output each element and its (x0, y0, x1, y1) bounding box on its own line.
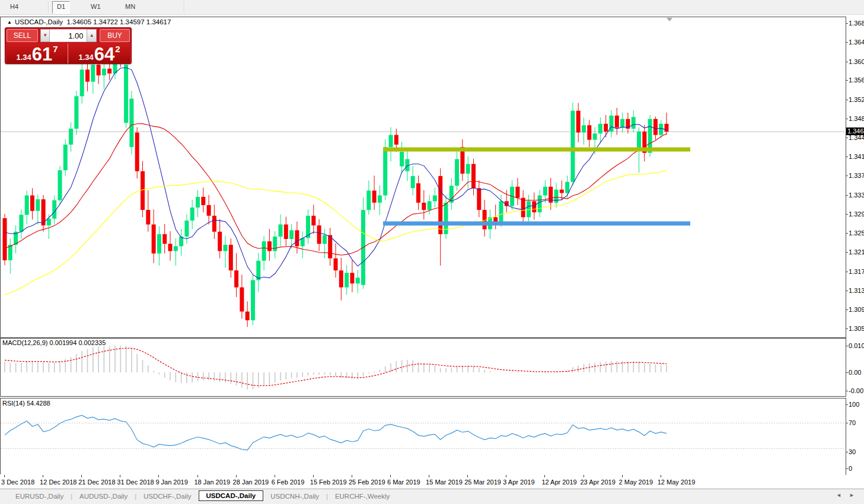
price-axis-label: 1.36070 (849, 58, 864, 65)
time-axis-label: 25 Mar 2019 (464, 479, 501, 486)
time-axis-tick (467, 475, 468, 477)
time-axis-tick (313, 475, 314, 477)
time-axis-tick (275, 475, 275, 477)
rsi-label: RSI(14) 54.4288 (2, 400, 50, 407)
price-axis-tick (846, 80, 848, 81)
price-axis-tick (846, 252, 848, 253)
time-axis-label: 6 Feb 2019 (272, 479, 305, 486)
price-axis-label: 1.33710 (849, 172, 864, 179)
ohlc-close: 1.34617 (146, 18, 171, 25)
toolbar-separator (184, 1, 185, 12)
price-axis-tick (846, 176, 848, 176)
time-axis-tick (352, 475, 352, 477)
ohlc-high: 1.34722 (93, 18, 118, 25)
buy-price-big: 64 (94, 45, 114, 63)
time-axis-label: 9 Jan 2019 (155, 479, 187, 486)
price-axis-label: 1.32130 (849, 248, 864, 256)
price-axis-tick (846, 62, 848, 62)
macd-axis-tick (846, 372, 848, 373)
volume-decrement-button[interactable]: ▼ (40, 29, 50, 42)
price-axis-tick (846, 100, 848, 100)
sell-quote[interactable]: 1.34 61 7 (7, 43, 68, 63)
macd-axis-label: 0.00 (849, 369, 861, 376)
rsi-axis-tick (846, 404, 848, 405)
price-axis-label: 1.31340 (849, 287, 864, 294)
trade-panel-controls: SELL ▼ ▲ BUY (7, 29, 130, 42)
time-axis-tick (544, 475, 545, 477)
price-chart-panel[interactable] (0, 17, 846, 338)
time-axis-label: 15 Feb 2019 (310, 479, 347, 486)
macd-panel[interactable] (0, 338, 846, 397)
chart-symbol-period: USDCAD-,Daily (15, 18, 63, 25)
timeframe-button-w1[interactable]: W1 (87, 1, 105, 12)
price-axis-label: 1.34490 (849, 134, 864, 141)
time-axis-tick (429, 475, 429, 477)
price-axis-label: 1.34890 (849, 115, 864, 122)
price-axis-tick (846, 138, 848, 138)
price-axis-tick (846, 195, 848, 196)
tab-usdchf-daily[interactable]: USDCHF-,Daily (136, 492, 199, 501)
price-axis-label: 1.33310 (849, 192, 864, 199)
time-axis[interactable]: 3 Dec 201812 Dec 201821 Dec 201831 Dec 2… (0, 474, 846, 489)
price-axis-label: 1.36860 (849, 20, 864, 27)
rsi-axis-label: 70 (849, 419, 856, 426)
rsi-axis-label: 0 (849, 465, 852, 472)
time-axis-label: 15 Mar 2019 (426, 479, 463, 486)
time-axis-tick (661, 475, 661, 477)
price-axis-label: 1.30940 (849, 306, 864, 313)
time-axis-tick (622, 475, 623, 477)
buy-button[interactable]: BUY (100, 29, 130, 42)
timeframe-button-mn[interactable]: MN (121, 1, 139, 12)
volume-input[interactable] (50, 29, 87, 42)
tab-audusd-daily[interactable]: AUDUSD-,Daily (72, 492, 135, 501)
time-axis-label: 23 Apr 2019 (581, 479, 616, 486)
rsi-axis-label: 100 (849, 401, 859, 408)
tab-scroll-left-icon[interactable]: ◄ (836, 492, 841, 498)
time-axis-label: 3 Dec 2018 (1, 479, 34, 486)
price-axis-label: 1.31730 (849, 268, 864, 275)
rsi-axis-label: 30 (849, 448, 856, 455)
time-axis-tick (158, 475, 159, 477)
price-axis-tick (846, 157, 848, 157)
rsi-axis-tick (846, 452, 848, 452)
time-axis-label: 21 Dec 2018 (78, 479, 115, 486)
price-axis-tick (846, 328, 848, 329)
tab-usdcnh-daily[interactable]: USDCNH-,Daily (263, 492, 326, 501)
mt4-window: H4D1W1MN ▲USDCAD-,Daily 1.34605 1.34722 … (0, 0, 864, 504)
sell-button[interactable]: SELL (7, 29, 38, 42)
price-axis-tick (846, 42, 848, 43)
time-axis-label: 2 May 2019 (619, 479, 653, 486)
price-axis-label: 1.32920 (849, 210, 864, 218)
time-axis-label: 12 May 2019 (658, 479, 696, 486)
macd-axis-label: -0.00747 (849, 387, 864, 394)
collapse-chart-icon[interactable]: ▲ (7, 20, 12, 25)
ohlc-open: 1.34605 (66, 18, 91, 25)
chart-shift-marker-icon[interactable] (667, 18, 672, 21)
price-axis-label: 1.35680 (849, 76, 864, 84)
chart-title: ▲USDCAD-,Daily 1.34605 1.34722 1.34597 1… (7, 18, 171, 25)
price-axis-tick (846, 233, 848, 234)
macd-axis-tick (846, 346, 848, 346)
timeframe-button-d1[interactable]: D1 (52, 1, 70, 14)
time-axis-tick (584, 475, 584, 477)
time-axis-label: 25 Feb 2019 (349, 479, 385, 486)
timeframe-button-h4[interactable]: H4 (6, 1, 23, 12)
time-axis-tick (81, 475, 82, 477)
tab-eurchf-weekly[interactable]: EURCHF-,Weekly (328, 492, 397, 501)
buy-quote[interactable]: 1.34 64 2 (69, 43, 130, 63)
time-axis-label: 31 Dec 2018 (117, 479, 154, 486)
macd-label: MACD(12,26,9) 0.001994 0.002335 (2, 339, 106, 346)
volume-increment-button[interactable]: ▲ (87, 29, 97, 42)
macd-axis-tick (846, 391, 848, 391)
price-axis-label: 1.34100 (849, 153, 864, 160)
price-axis-tick (846, 119, 848, 119)
sell-price-big: 61 (32, 45, 52, 63)
timeframe-toolbar: H4D1W1MN (0, 0, 864, 15)
ohlc-low: 1.34597 (120, 18, 145, 25)
tab-usdcad-daily[interactable]: USDCAD-,Daily (199, 490, 264, 501)
time-axis-tick (236, 475, 237, 477)
rsi-panel[interactable] (0, 398, 846, 475)
macd-axis-label: 0.010229 (849, 342, 864, 349)
tab-eurusd-daily[interactable]: EURUSD-,Daily (8, 492, 71, 501)
tab-scroll-right-icon[interactable]: ► (849, 492, 855, 498)
